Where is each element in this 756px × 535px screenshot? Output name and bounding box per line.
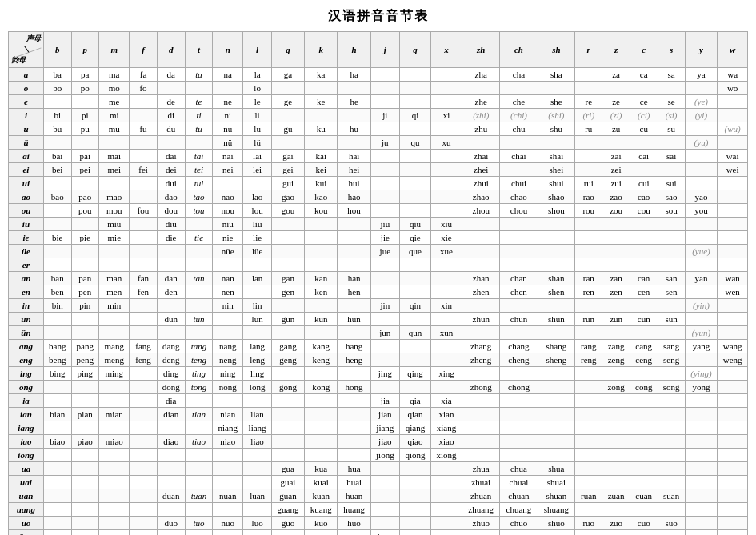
- cell-uang-m: [99, 503, 130, 517]
- col-header-n: n: [213, 32, 243, 68]
- row-header-un: un: [9, 313, 44, 326]
- cell-a-sh: sha: [538, 68, 575, 82]
- cell-ün-j: jun: [370, 326, 399, 340]
- cell-ang-d: dang: [157, 340, 185, 353]
- cell-uai-g: guai: [271, 476, 304, 489]
- table-row: er: [9, 258, 748, 272]
- cell-i-h: [338, 109, 370, 122]
- cell-ia-zh: [462, 394, 500, 408]
- cell-ian-g: [271, 408, 304, 421]
- cell-ui-j: [370, 177, 399, 190]
- col-header-j: j: [370, 32, 399, 68]
- cell-üan-z: [602, 530, 630, 536]
- cell-uan-q: [399, 489, 430, 503]
- pinyin-table: 声母 ╲ 韵母 bpmfdtnlgkhjqxzhchshrzcsyw abapa…: [8, 31, 748, 535]
- row-header-iong: iong: [9, 449, 44, 462]
- cell-u-l: lu: [243, 122, 271, 136]
- table-row: inbinpinminninlinjinqinxin(yin): [9, 299, 748, 313]
- cell-ua-w: [718, 462, 748, 476]
- cell-üe-p: [71, 245, 99, 258]
- cell-iang-g: [271, 421, 304, 435]
- cell-ing-x: xing: [431, 367, 462, 381]
- cell-uo-j: [370, 517, 399, 530]
- cell-er-l: [243, 258, 271, 272]
- cell-uan-ch: chuan: [500, 489, 538, 503]
- cell-ü-s: [658, 136, 685, 150]
- cell-ui-s: sui: [658, 177, 685, 190]
- cell-e-g: ge: [271, 95, 304, 109]
- cell-ui-ch: chui: [500, 177, 538, 190]
- cell-üan-f: [130, 530, 157, 536]
- cell-uai-s: [658, 476, 685, 489]
- cell-ian-q: qian: [399, 408, 430, 421]
- cell-ua-h: hua: [338, 462, 370, 476]
- cell-ui-g: gui: [271, 177, 304, 190]
- cell-uan-zh: zhuan: [462, 489, 500, 503]
- cell-an-d: dan: [157, 272, 185, 285]
- cell-an-ch: chan: [500, 272, 538, 285]
- cell-en-p: pen: [71, 285, 99, 299]
- cell-ong-s: song: [658, 381, 685, 394]
- cell-üan-sh: [538, 530, 575, 536]
- cell-ou-f: fou: [130, 204, 157, 218]
- row-header-ui: ui: [9, 177, 44, 190]
- cell-ong-q: [399, 381, 430, 394]
- cell-uan-h: huan: [338, 489, 370, 503]
- cell-in-g: [271, 299, 304, 313]
- cell-er-c: [630, 258, 658, 272]
- cell-ü-z: [602, 136, 630, 150]
- cell-uai-ch: chuai: [500, 476, 538, 489]
- cell-iu-n: niu: [213, 218, 243, 231]
- cell-uo-h: huo: [338, 517, 370, 530]
- cell-o-x: [431, 82, 462, 95]
- cell-ün-x: xun: [431, 326, 462, 340]
- cell-u-b: bu: [43, 122, 71, 136]
- cell-üe-f: [130, 245, 157, 258]
- cell-un-c: cun: [630, 313, 658, 326]
- cell-ai-t: tai: [185, 150, 212, 163]
- table-row: uaiguaikuaihuaizhuaichuaishuai: [9, 476, 748, 489]
- cell-uo-p: [71, 517, 99, 530]
- cell-uai-l: [243, 476, 271, 489]
- cell-ia-t: [185, 394, 212, 408]
- cell-e-y: (ye): [685, 95, 718, 109]
- cell-iu-q: qiu: [399, 218, 430, 231]
- cell-uo-sh: shuo: [538, 517, 575, 530]
- cell-üan-k: [305, 530, 338, 536]
- cell-a-g: ga: [271, 68, 304, 82]
- cell-ao-k: kao: [305, 190, 338, 204]
- col-header-m: m: [99, 32, 130, 68]
- cell-ün-s: [658, 326, 685, 340]
- cell-er-y: [685, 258, 718, 272]
- cell-üan-w: [718, 530, 748, 536]
- cell-in-j: jin: [370, 299, 399, 313]
- cell-ü-y: (yu): [685, 136, 718, 150]
- cell-u-k: ku: [305, 122, 338, 136]
- cell-ie-f: [130, 231, 157, 245]
- cell-ing-k: [305, 367, 338, 381]
- col-header-k: k: [305, 32, 338, 68]
- cell-er-ch: [500, 258, 538, 272]
- cell-ong-w: [718, 381, 748, 394]
- cell-a-d: da: [157, 68, 185, 82]
- cell-uai-t: [185, 476, 212, 489]
- cell-iang-p: [71, 421, 99, 435]
- cell-ing-zh: [462, 367, 500, 381]
- cell-ua-l: [243, 462, 271, 476]
- cell-ian-z: [602, 408, 630, 421]
- cell-ü-f: [130, 136, 157, 150]
- cell-ei-g: gei: [271, 163, 304, 177]
- cell-iang-q: qiang: [399, 421, 430, 435]
- cell-üan-b: [43, 530, 71, 536]
- cell-iang-zh: [462, 421, 500, 435]
- cell-er-m: [99, 258, 130, 272]
- cell-o-d: [157, 82, 185, 95]
- col-header-w: w: [718, 32, 748, 68]
- cell-ou-w: [718, 204, 748, 218]
- cell-ong-z: zong: [602, 381, 630, 394]
- cell-ian-s: [658, 408, 685, 421]
- cell-en-b: ben: [43, 285, 71, 299]
- cell-e-j: [370, 95, 399, 109]
- cell-ei-q: [399, 163, 430, 177]
- cell-iao-f: [130, 435, 157, 449]
